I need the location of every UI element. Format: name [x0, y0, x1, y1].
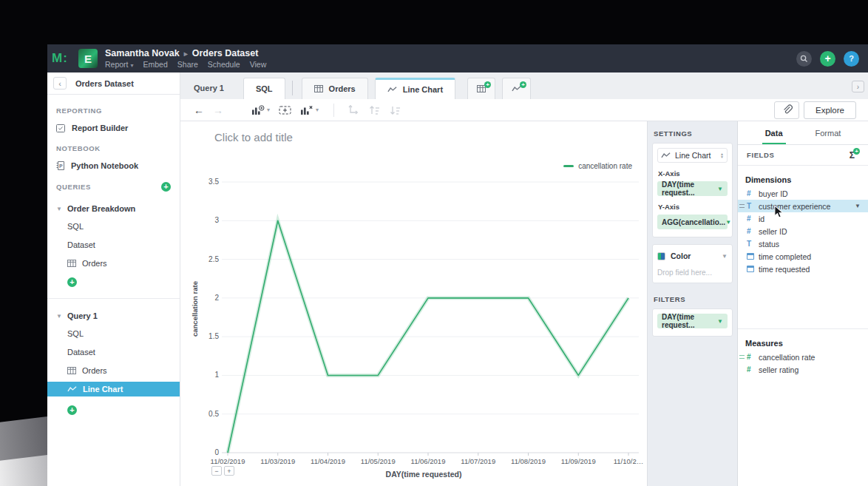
y-axis-field-value: AGG(cancellatio...: [662, 218, 725, 226]
chevron-down-icon[interactable]: ▼: [717, 318, 723, 325]
y-axis-setting-label: Y-Axis: [658, 203, 728, 211]
add-chart-to-query-button[interactable]: +: [67, 277, 77, 287]
breadcrumb-user[interactable]: Samantha Novak: [105, 48, 180, 58]
swap-axes-button[interactable]: [347, 105, 359, 115]
field-time-completed[interactable]: time completed: [738, 250, 868, 263]
field-seller-id[interactable]: #seller ID: [738, 225, 868, 237]
paperclip-icon: [781, 104, 793, 115]
menu-share[interactable]: Share: [177, 60, 198, 69]
search-button[interactable]: [796, 51, 812, 67]
help-button[interactable]: ?: [844, 51, 859, 67]
add-query-button[interactable]: +: [161, 182, 171, 192]
tab-line-chart[interactable]: Line Chart: [375, 78, 455, 99]
add-button[interactable]: +: [820, 51, 835, 67]
field-cancellation-rate[interactable]: #cancellation rate: [738, 351, 868, 363]
color-drop-zone[interactable]: Drop field here...: [657, 269, 728, 278]
sidebar-item-dataset[interactable]: Dataset: [47, 240, 180, 250]
sidebar-item-sql[interactable]: SQL: [47, 328, 180, 339]
zoom-out-button[interactable]: −: [211, 466, 222, 476]
calendar-field-icon: [747, 266, 759, 272]
chevron-down-icon: ▾: [316, 107, 319, 113]
drag-handle-icon[interactable]: [739, 204, 745, 208]
sort-descending-button[interactable]: [389, 105, 401, 115]
chevron-down-icon[interactable]: ▼: [855, 203, 861, 209]
app-window: M: E Samantha Novak▸Orders Dataset Repor…: [47, 44, 868, 486]
sort-descending-icon: [389, 105, 401, 115]
field-buyer-id[interactable]: #buyer ID: [738, 187, 868, 200]
field-label: cancellation rate: [759, 353, 815, 362]
field-status[interactable]: Tstatus: [738, 237, 868, 250]
sidebar-collapse-button[interactable]: ‹: [53, 77, 67, 90]
svg-text:11/04/2019: 11/04/2019: [311, 457, 345, 465]
sidebar-item-label: Dataset: [67, 348, 95, 357]
sidebar-item-python-notebook[interactable]: P Python Notebook: [47, 161, 180, 170]
drag-handle-icon[interactable]: [739, 355, 745, 359]
sidebar-item-report-builder[interactable]: Report Builder: [47, 124, 180, 132]
sort-ascending-icon: [368, 105, 380, 115]
tab-orders[interactable]: Orders: [302, 78, 368, 99]
zoom-in-button[interactable]: +: [224, 466, 234, 476]
menu-view[interactable]: View: [250, 60, 267, 69]
sidebar-item-orders[interactable]: Orders: [47, 258, 180, 269]
chevron-down-icon[interactable]: ▼: [56, 313, 62, 320]
attach-button[interactable]: [774, 101, 799, 119]
tab-data[interactable]: Data: [765, 121, 783, 144]
add-chart-to-query-button[interactable]: +: [67, 405, 77, 415]
y-axis-field-pill[interactable]: AGG(cancellatio... ▼: [657, 215, 728, 229]
sidebar-item-orders[interactable]: Orders: [47, 365, 180, 376]
chevron-down-icon[interactable]: ▼: [725, 219, 731, 226]
add-chart-tab[interactable]: +: [502, 78, 531, 99]
svg-text:11/09/2019: 11/09/2019: [561, 457, 596, 465]
menu-schedule[interactable]: Schedule: [208, 60, 240, 69]
line-chart-icon: [387, 86, 397, 93]
tab-sql[interactable]: SQL: [243, 78, 285, 99]
add-container-button[interactable]: [279, 105, 291, 115]
svg-text:11/10/2…: 11/10/2…: [614, 457, 644, 465]
remove-chart-button[interactable]: ▾: [300, 105, 319, 115]
expand-panel-button[interactable]: ›: [852, 81, 864, 92]
field-seller-rating[interactable]: #seller rating: [738, 363, 868, 376]
redo-button[interactable]: →: [213, 104, 223, 116]
menu-report[interactable]: Report▾: [105, 60, 134, 69]
mode-logo-icon[interactable]: M:: [47, 51, 72, 66]
query-group-query-1[interactable]: ▼Query 1: [47, 311, 180, 320]
tab-label: Line Chart: [403, 85, 443, 94]
field-customer-experience[interactable]: Tcustomer experience▼: [738, 200, 868, 212]
remove-chart-icon: [300, 105, 313, 115]
line-chart-plot[interactable]: 00.511.522.533.511/02/201911/03/201911/0…: [203, 175, 645, 470]
chart-canvas[interactable]: Click to add title cancellation rate can…: [180, 121, 647, 486]
sidebar-title: Orders Dataset: [75, 79, 134, 88]
tab-label-query-1[interactable]: Query 1: [194, 84, 224, 92]
color-setting[interactable]: Color ▼: [657, 249, 728, 263]
chart-title-placeholder[interactable]: Click to add title: [214, 131, 293, 144]
chevron-down-icon[interactable]: ▼: [722, 253, 728, 260]
line-chart-icon: [67, 385, 77, 393]
query-group-order-breakdown[interactable]: ▼Order Breakdown: [47, 204, 180, 213]
field-time-requested[interactable]: time requested: [738, 263, 868, 275]
undo-button[interactable]: ←: [194, 104, 204, 116]
chart-type-selector[interactable]: Line Chart ▲▼: [657, 148, 728, 163]
sidebar-item-dataset[interactable]: Dataset: [47, 347, 180, 357]
sidebar-item-label: SQL: [67, 222, 84, 231]
svg-text:0: 0: [214, 448, 219, 456]
report-builder-label: Report Builder: [72, 124, 128, 132]
field-id[interactable]: #id: [738, 212, 868, 225]
explore-button[interactable]: Explore: [804, 101, 856, 119]
sort-ascending-button[interactable]: [368, 105, 380, 115]
tab-format[interactable]: Format: [816, 121, 841, 144]
add-table-tab[interactable]: +: [467, 78, 495, 99]
filter-field-pill[interactable]: DAY(time request... ▼: [657, 314, 728, 328]
add-calculated-field-button[interactable]: Σ+: [850, 150, 859, 161]
x-axis-field-pill[interactable]: DAY(time request... ▼: [657, 181, 728, 196]
chevron-down-icon[interactable]: ▼: [56, 206, 62, 212]
menu-embed[interactable]: Embed: [143, 60, 168, 69]
sidebar-item-line-chart[interactable]: Line Chart: [47, 382, 180, 396]
legend-line-swatch: [563, 165, 574, 167]
calendar-field-icon: [747, 253, 759, 260]
top-bar: M: E Samantha Novak▸Orders Dataset Repor…: [47, 44, 868, 72]
sidebar-item-sql[interactable]: SQL: [47, 221, 180, 232]
chevron-down-icon[interactable]: ▼: [717, 186, 723, 192]
add-chart-button[interactable]: ▾: [251, 105, 270, 115]
avatar[interactable]: E: [78, 49, 98, 68]
fields-panel: Data Format FIELDS Σ+ Dimensions #buyer …: [737, 121, 868, 486]
